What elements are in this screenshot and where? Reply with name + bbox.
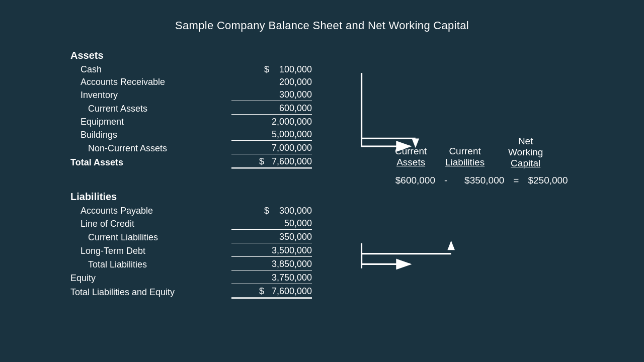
ca-col-label: Current Assets [395,146,427,168]
nwc-value: $250,000 [528,175,576,186]
nwc-label-1: Net [508,136,543,147]
total-assets-row: Total Assets $ 7,600,000 [70,155,312,170]
cash-value: $ 100,000 [231,64,312,75]
current-assets-row: Current Assets 600,000 [70,102,312,116]
current-assets-label: Current Assets [70,104,147,114]
nwc-label-3: Capital [508,158,543,169]
equity-label: Equity [70,273,96,284]
non-current-assets-value: 7,000,000 [231,143,312,154]
total-assets-label: Total Assets [70,157,123,168]
current-liabilities-row: Current Liabilities 350,000 [70,231,312,244]
minus-sign: - [444,175,447,186]
nwc-col-label: Net Working Capital [508,136,543,169]
ltd-row: Long-Term Debt 3,500,000 [70,244,312,258]
loc-label: Line of Credit [70,219,134,229]
equipment-row: Equipment 2,000,000 [70,116,312,128]
ca-label-1: Current [395,146,427,157]
non-current-assets-label: Non-Current Assets [70,143,167,154]
equity-row: Equity 3,750,000 [70,272,312,285]
equipment-value: 2,000,000 [231,117,312,127]
inventory-label: Inventory [70,90,118,101]
current-liabilities-label: Current Liabilities [70,232,158,243]
inventory-row: Inventory 300,000 [70,88,312,102]
total-liabilities-label: Total Liabilities [70,259,147,270]
total-liabilities-equity-label: Total Liabilities and Equity [70,287,175,298]
buildings-value: 5,000,000 [231,129,312,141]
balance-sheet: Assets Cash $ 100,000 Accounts Receivabl… [70,45,312,300]
svg-marker-7 [447,241,455,250]
cl-label-1: Current [445,146,485,157]
total-liabilities-value: 3,850,000 [231,259,312,270]
buildings-label: Buildings [70,130,117,140]
total-assets-value: $ 7,600,000 [231,156,312,169]
diagram-area: Current Assets Current Liabilities Net W… [312,70,624,322]
ar-label: Accounts Receivable [70,77,165,87]
total-liabilities-equity-row: Total Liabilities and Equity $ 7,600,000 [70,285,312,300]
loc-row: Line of Credit 50,000 [70,217,312,231]
current-assets-value: 600,000 [231,103,312,115]
ap-row: Accounts Payable $ 300,000 [70,205,312,217]
ltd-value: 3,500,000 [231,245,312,257]
buildings-row: Buildings 5,000,000 [70,128,312,142]
non-current-assets-row: Non-Current Assets 7,000,000 [70,142,312,155]
ap-value: $ 300,000 [231,206,312,216]
equity-value: 3,750,000 [231,273,312,284]
ca-label-2: Assets [395,157,427,168]
inventory-value: 300,000 [231,89,312,101]
cl-value: $350,000 [456,175,504,186]
equals-sign: = [513,175,519,186]
page-title: Sample Company Balance Sheet and Net Wor… [0,0,644,32]
cash-label: Cash [70,64,102,75]
ca-value: $600,000 [387,175,435,186]
nwc-label-2: Working [508,147,543,158]
ar-row: Accounts Receivable 200,000 [70,76,312,88]
current-liabilities-value: 350,000 [231,232,312,243]
ar-value: 200,000 [231,77,312,87]
cash-row: Cash $ 100,000 [70,63,312,76]
assets-header: Assets [70,50,312,61]
equipment-label: Equipment [70,117,124,127]
total-liabilities-equity-value: $ 7,600,000 [231,286,312,299]
cl-col-label: Current Liabilities [445,146,485,168]
liabilities-header: Liabilities [70,191,312,203]
total-liabilities-row: Total Liabilities 3,850,000 [70,258,312,272]
ap-label: Accounts Payable [70,206,153,216]
ltd-label: Long-Term Debt [70,246,145,256]
loc-value: 50,000 [231,218,312,230]
cl-label-2: Liabilities [445,157,485,168]
